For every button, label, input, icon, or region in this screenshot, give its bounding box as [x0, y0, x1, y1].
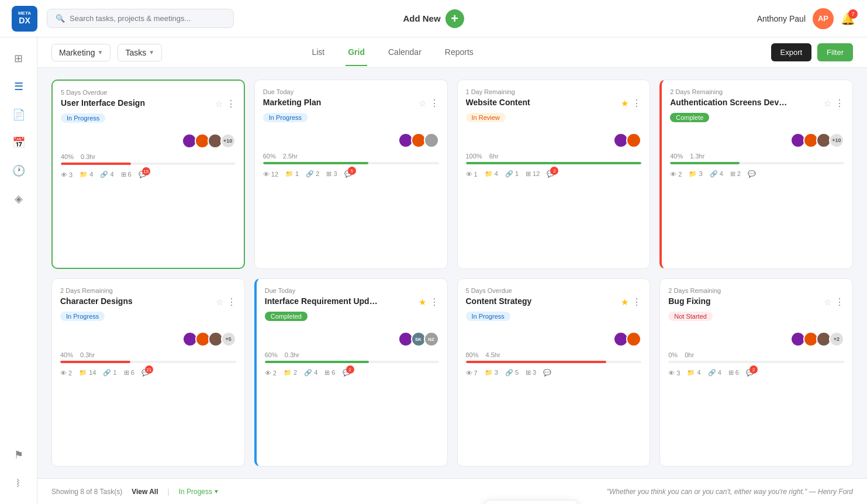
card-status: 2 Days Remaining — [60, 287, 236, 294]
card-footer: 👁 1 📁 4 🔗 1 ⊞ 12 💬 2 — [466, 170, 642, 178]
sidebar-item-history[interactable]: 🕐 — [7, 159, 30, 182]
task-card[interactable]: 2 Days Remaining Bug Fixing Not Started … — [659, 278, 853, 467]
card-title: Authentication Screens Develop... — [670, 98, 787, 107]
card-footer: 👁 7 📁 3 🔗 5 ⊞ 3 💬 — [466, 369, 642, 377]
sidebar-item-calendar[interactable]: 📅 — [7, 131, 30, 154]
task-card[interactable]: 2 Days Remaining Authentication Screens … — [659, 80, 853, 269]
user-name: Anthony Paul — [757, 14, 806, 23]
more-icon[interactable]: ⋮ — [226, 98, 236, 109]
bottom-bar: Showing 8 of 8 Task(s) View All | In Pro… — [37, 478, 867, 504]
tab-calendar[interactable]: Calendar — [386, 39, 424, 66]
star-icon[interactable]: ☆ — [419, 98, 426, 109]
progress-bar — [466, 162, 642, 164]
task-card[interactable]: 2 Days Remaining Character Designs In Pr… — [51, 278, 245, 467]
search-bar[interactable]: 🔍 — [47, 9, 234, 28]
more-icon[interactable]: ⋮ — [835, 98, 844, 109]
more-icon[interactable]: ⋮ — [632, 296, 641, 308]
showing-count: Showing 8 of 8 Task(s) — [51, 488, 122, 496]
task-card[interactable]: Due Today Marketing Plan In Progress ☆ ⋮ — [254, 80, 448, 269]
export-button[interactable]: Export — [771, 43, 812, 61]
footer-eye: 👁 2 — [60, 370, 72, 377]
tab-grid[interactable]: Grid — [346, 39, 367, 66]
type-dropdown[interactable]: Tasks ▼ — [118, 44, 162, 61]
card-header: Authentication Screens Develop... Comple… — [670, 98, 844, 128]
search-icon: 🔍 — [56, 14, 65, 23]
avatar[interactable]: AP — [813, 8, 834, 29]
progress-bar — [668, 361, 844, 363]
card-middle: SK NZ — [265, 332, 439, 347]
task-card[interactable]: 1 Day Remaining Website Content In Revie… — [457, 80, 651, 269]
progress-section: 0% 0hr — [668, 351, 844, 363]
star-icon[interactable]: ★ — [621, 297, 628, 308]
progress-bar — [466, 361, 642, 363]
footer-table: ⊞ 2 — [730, 170, 741, 178]
star-icon[interactable]: ☆ — [215, 99, 223, 109]
status-filter-dropdown[interactable]: In Progess ▼ — [179, 488, 219, 496]
footer-link: 🔗 4 — [100, 171, 113, 178]
task-card[interactable]: 5 Days Overdue Content Strategy In Progr… — [457, 278, 651, 467]
view-all-link[interactable]: View All — [132, 488, 158, 496]
status-badge: In Progress — [263, 113, 308, 122]
card-middle: +5 — [60, 332, 236, 347]
project-dropdown[interactable]: Marketing ▼ — [51, 44, 110, 61]
footer-file: 📁 4 — [80, 171, 93, 178]
task-card[interactable]: 5 Days Overdue User Interface Design In … — [51, 80, 245, 269]
more-icon[interactable]: ⋮ — [227, 296, 236, 308]
tab-reports[interactable]: Reports — [443, 39, 476, 66]
card-middle — [263, 133, 439, 148]
sidebar-item-reports[interactable]: ⚑ — [7, 443, 30, 467]
more-icon[interactable]: ⋮ — [430, 296, 439, 308]
card-footer: 👁 2 📁 3 🔗 4 ⊞ 2 💬 — [670, 170, 844, 178]
card-header: Bug Fixing Not Started ☆ ⋮ — [668, 296, 844, 327]
sidebar-item-alerts[interactable]: ◈ — [7, 187, 30, 210]
footer-eye: 👁 12 — [263, 171, 278, 178]
footer-link: 🔗 1 — [103, 369, 116, 377]
progress-bar — [265, 361, 439, 363]
footer-table: ⊞ 6 — [324, 369, 335, 377]
avatars-row: +2 — [790, 332, 844, 347]
add-new-button[interactable]: Add New + — [403, 9, 464, 28]
sidebar-item-notes[interactable]: 📄 — [7, 103, 30, 126]
more-icon[interactable]: ⋮ — [430, 98, 439, 109]
progress-stats: 100% 6hr — [466, 153, 642, 160]
more-icon[interactable]: ⋮ — [632, 98, 641, 109]
sidebar-item-tasks[interactable]: ☰ — [7, 75, 30, 98]
card-status: 1 Day Remaining — [466, 88, 642, 95]
notification-badge: 7 — [848, 9, 858, 19]
avatars-row: +10 — [790, 133, 844, 148]
notification-bell[interactable]: 🔔 7 — [841, 12, 855, 26]
status-badge: Not Started — [668, 312, 713, 321]
quote-text: "Whether you think you can or you can't,… — [607, 488, 853, 496]
footer-comments: 💬 2 — [746, 369, 754, 377]
card-status: Due Today — [265, 287, 439, 294]
star-icon[interactable]: ☆ — [824, 98, 831, 109]
card-status: 5 Days Overdue — [466, 287, 642, 294]
dropdown-item-archived[interactable]: Archived — [485, 500, 578, 504]
user-section: Anthony Paul AP 🔔 7 — [757, 8, 855, 29]
tab-list[interactable]: List — [309, 39, 327, 66]
star-icon[interactable]: ★ — [419, 297, 426, 308]
chevron-down-icon: ▼ — [148, 49, 154, 56]
star-icon[interactable]: ☆ — [216, 297, 223, 308]
star-icon[interactable]: ★ — [621, 98, 628, 109]
progress-section: 60% 2.5hr — [263, 153, 439, 164]
sub-nav: Marketing ▼ Tasks ▼ List Grid Calendar R… — [37, 37, 867, 68]
footer-link: 🔗 2 — [306, 170, 319, 178]
progress-stats: 60% 0.3hr — [265, 351, 439, 358]
more-icon[interactable]: ⋮ — [835, 296, 844, 308]
card-footer: 👁 3 📁 4 🔗 4 ⊞ 6 💬 15 — [61, 171, 236, 178]
footer-table: ⊞ 6 — [728, 369, 739, 377]
content-area: Marketing ▼ Tasks ▼ List Grid Calendar R… — [37, 37, 867, 504]
filter-button[interactable]: Filter — [817, 43, 853, 61]
star-icon[interactable]: ☆ — [824, 297, 831, 308]
sidebar-item-dashboard[interactable]: ⊞ — [7, 47, 30, 70]
progress-section: 60% 0.3hr — [265, 351, 439, 363]
card-header: Interface Requirement Updates Completed … — [265, 296, 439, 327]
status-badge: In Progress — [466, 312, 510, 321]
sidebar-item-filter[interactable]: ⧘ — [7, 471, 30, 495]
search-input[interactable] — [70, 14, 225, 23]
card-header: Content Strategy In Progress ★ ⋮ — [466, 296, 642, 327]
task-card[interactable]: Due Today Interface Requirement Updates … — [254, 278, 448, 467]
footer-file: 📁 3 — [689, 170, 702, 178]
card-title: Character Designs — [60, 296, 133, 306]
